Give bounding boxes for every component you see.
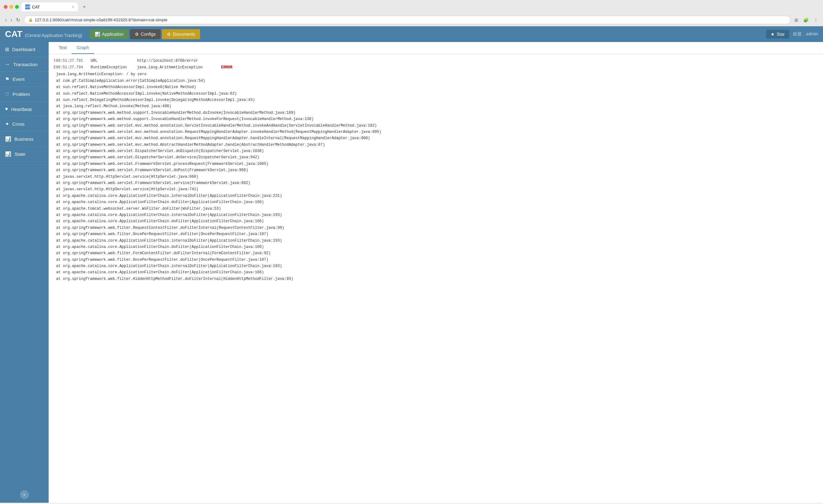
sidebar-item-heartbeat[interactable]: ♥ Heartbeat [0, 102, 49, 116]
sidebar-label-problem: Problem [13, 91, 30, 97]
nav-documents-button[interactable]: ⚙ Documents [162, 29, 200, 39]
sidebar-collapse[interactable]: « [0, 486, 49, 503]
state-icon: 📊 [5, 151, 11, 157]
log2-status: ERROR [221, 64, 232, 70]
tab-close-button[interactable]: × [72, 5, 74, 9]
star-icon: ★ [771, 32, 775, 37]
stack-line: at javax.servlet.http.HttpServlet.servic… [56, 174, 818, 180]
stack-line: at org.springframework.web.filter.Hidden… [56, 276, 818, 282]
sidebar-item-cross[interactable]: ✦ Cross [0, 116, 49, 132]
stack-line: at org.apache.catalina.core.ApplicationF… [56, 212, 818, 218]
stack-line: at org.springframework.web.servlet.mvc.m… [56, 122, 818, 129]
user-greeting: 欢迎，admin [793, 31, 818, 37]
log1-name: http://localhost:8760/error [137, 58, 198, 64]
stack-line: at org.springframework.web.method.suppor… [56, 110, 818, 116]
stack-line: at org.apache.catalina.core.ApplicationF… [56, 263, 818, 269]
nav-back-button[interactable]: ‹ [4, 16, 8, 24]
tab-graph[interactable]: Graph [72, 42, 94, 54]
stack-line: at org.springframework.web.servlet.Dispa… [56, 148, 818, 154]
transaction-icon: ↔ [5, 61, 10, 67]
log-entry-1: t00:51:27.791 URL http://localhost:8760/… [54, 58, 818, 64]
tab-title: CAT [32, 5, 40, 9]
sidebar-label-transaction: Transaction [13, 62, 38, 67]
navbar: CAT (Central Application Tracking) 📊 App… [0, 26, 823, 42]
stack-line: at sun.reflect.NativeMethodAccessorImpl.… [56, 90, 818, 97]
stack-line: at org.springframework.web.servlet.Frame… [56, 167, 818, 173]
browser-chrome: CAT CAT × + ‹ › ↻ 🔒 127.0.0.1:8080/cat/r… [0, 0, 823, 26]
stack-line: at org.springframework.web.servlet.mvc.m… [56, 135, 818, 142]
sidebar-label-event: Event [13, 76, 24, 82]
log2-time: E00:51:27.794 [54, 64, 88, 70]
browser-actions: ⊞ 🧩 ⋮ [793, 16, 819, 24]
collapse-icon: « [23, 492, 25, 497]
stack-line: at org.springframework.web.servlet.mvc.m… [56, 142, 818, 148]
sidebar-item-event[interactable]: ⚑ Event [0, 72, 49, 87]
dot-red[interactable] [4, 5, 8, 9]
url-bar[interactable]: 🔒 127.0.0.1:8080/cat/r/m/cat-simple-c0a8… [24, 16, 791, 24]
stack-line: at org.apache.catalina.core.ApplicationF… [56, 193, 818, 199]
sidebar: ⊞ Dashboard ↔ Transaction ⚑ Event ♡ Prob… [0, 42, 49, 503]
dot-yellow[interactable] [9, 5, 13, 9]
stack-line: at org.apache.catalina.core.ApplicationF… [56, 244, 818, 250]
nav-configs-button[interactable]: ⚙ Configs [130, 29, 161, 39]
brand-cat: CAT [5, 29, 22, 39]
navbar-right: ★ Star 欢迎，admin [766, 30, 818, 39]
log-entry-2: E00:51:27.794 RuntimeException java.lang… [54, 64, 818, 70]
navbar-menu: 📊 Application ⚙ Configs ⚙ Documents [90, 29, 766, 39]
cross-icon: ✦ [5, 121, 9, 127]
content-area: Text Graph t00:51:27.791 URL http://loca… [49, 42, 823, 503]
stack-line: at org.apache.catalina.core.ApplicationF… [56, 238, 818, 244]
browser-tab[interactable]: CAT CAT × [21, 3, 78, 11]
lock-icon: 🔒 [28, 18, 33, 22]
dashboard-icon: ⊞ [5, 46, 9, 52]
sidebar-item-problem[interactable]: ♡ Problem [0, 87, 49, 102]
documents-icon: ⚙ [167, 32, 171, 37]
documents-label: Documents [173, 32, 195, 37]
log2-type: RuntimeException [91, 64, 135, 70]
sidebar-item-transaction[interactable]: ↔ Transaction [0, 57, 49, 72]
nav-refresh-button[interactable]: ↻ [15, 16, 21, 24]
application-label: Application [102, 32, 124, 37]
configs-icon: ⚙ [135, 32, 139, 37]
stack-line: at org.apache.catalina.core.ApplicationF… [56, 199, 818, 205]
business-icon: 📊 [5, 136, 11, 142]
translate-button[interactable]: ⊞ [793, 16, 800, 24]
sidebar-label-state: State [14, 152, 25, 157]
brand-full: (Central Application Tracking) [25, 33, 82, 38]
sidebar-item-business[interactable]: 📊 Business [0, 132, 49, 147]
dot-green[interactable] [15, 5, 19, 9]
browser-dots [4, 5, 19, 9]
content-tabs: Text Graph [49, 42, 823, 54]
sidebar-label-cross: Cross [12, 121, 24, 127]
stack-line: at org.springframework.web.filter.FormCo… [56, 250, 818, 256]
main-layout: ⊞ Dashboard ↔ Transaction ⚑ Event ♡ Prob… [0, 42, 823, 503]
sidebar-label-dashboard: Dashboard [12, 47, 35, 52]
stack-line: at java.lang.reflect.Method.invoke(Metho… [56, 103, 818, 109]
log1-type: URL [91, 58, 135, 64]
nav-forward-button[interactable]: › [9, 16, 13, 24]
sidebar-label-heartbeat: Heartbeat [11, 106, 32, 112]
tab-text[interactable]: Text [54, 42, 72, 54]
new-tab-button[interactable]: + [80, 3, 88, 11]
star-button[interactable]: ★ Star [766, 30, 789, 39]
collapse-button[interactable]: « [20, 490, 29, 499]
log1-time: t00:51:27.791 [54, 58, 88, 64]
sidebar-item-state[interactable]: 📊 State [0, 147, 49, 162]
browser-titlebar: CAT CAT × + [0, 0, 823, 14]
sidebar-item-dashboard[interactable]: ⊞ Dashboard [0, 42, 49, 57]
stack-line: at com.gf.CatSimpleApplication.error(Cat… [56, 78, 818, 84]
stack-line: at org.apache.catalina.core.ApplicationF… [56, 218, 818, 224]
stack-line: at org.springframework.web.filter.OncePe… [56, 231, 818, 237]
application-icon: 📊 [95, 32, 100, 37]
event-icon: ⚑ [5, 76, 9, 82]
url-text: 127.0.0.1:8080/cat/r/m/cat-simple-c0a81f… [35, 18, 167, 22]
configs-label: Configs [141, 32, 156, 37]
sidebar-label-business: Business [14, 136, 33, 142]
extensions-button[interactable]: 🧩 [802, 16, 810, 24]
menu-button[interactable]: ⋮ [812, 16, 819, 24]
stack-line: at sun.reflect.NativeMethodAccessorImpl.… [56, 84, 818, 90]
browser-addressbar: ‹ › ↻ 🔒 127.0.0.1:8080/cat/r/m/cat-simpl… [0, 14, 823, 26]
content-body: t00:51:27.791 URL http://localhost:8760/… [49, 54, 823, 503]
stack-line: at org.springframework.web.servlet.Dispa… [56, 154, 818, 161]
nav-application-button[interactable]: 📊 Application [90, 29, 129, 39]
